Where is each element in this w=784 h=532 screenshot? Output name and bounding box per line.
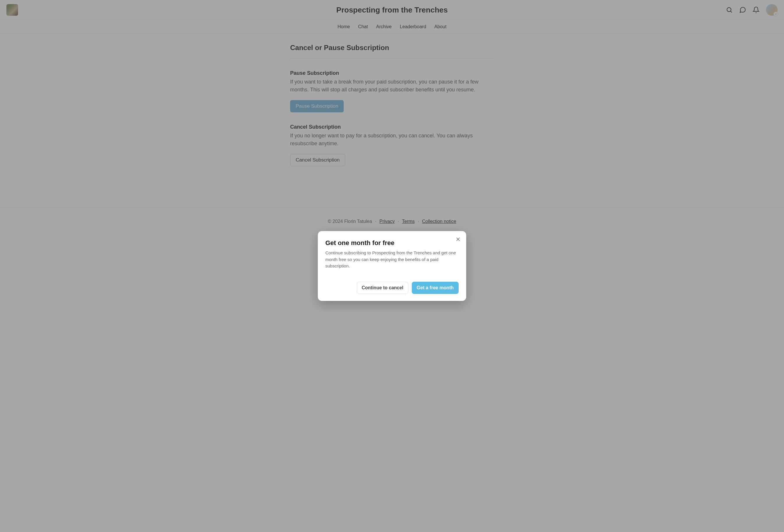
modal-body: Continue subscribing to Prospecting from… (325, 250, 459, 270)
close-icon[interactable] (454, 236, 461, 243)
free-month-modal: Get one month for free Continue subscrib… (318, 231, 466, 301)
continue-to-cancel-button[interactable]: Continue to cancel (357, 282, 408, 294)
get-free-month-button[interactable]: Get a free month (412, 282, 459, 294)
modal-title: Get one month for free (325, 239, 459, 247)
modal-overlay: Get one month for free Continue subscrib… (0, 0, 784, 532)
